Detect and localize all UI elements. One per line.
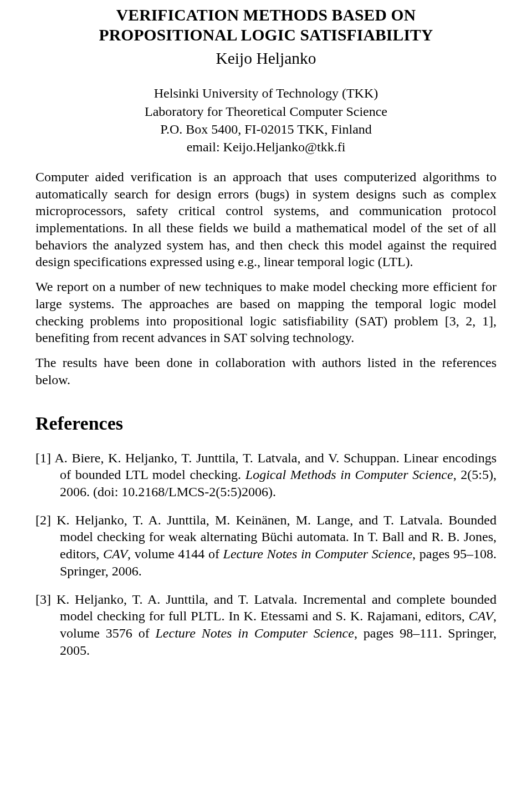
ref-journal: Logical Methods in Computer Science: [245, 467, 453, 482]
title-line-1: VERIFICATION METHODS BASED ON: [35, 6, 497, 26]
affil-line-3: P.O. Box 5400, FI-02015 TKK, Finland: [35, 120, 497, 138]
title-line-2: PROPOSITIONAL LOGIC SATISFIABILITY: [35, 26, 497, 45]
ref-label: [3]: [35, 592, 51, 606]
affiliation-block: Helsinki University of Technology (TKK) …: [35, 84, 497, 156]
ref-text: K. Heljanko, T. A. Junttila, and T. Latv…: [57, 592, 497, 624]
reference-1: [1] A. Biere, K. Heljanko, T. Junttila, …: [35, 450, 497, 501]
paper-page: VERIFICATION METHODS BASED ON PROPOSITIO…: [0, 0, 532, 785]
author-name: Keijo Heljanko: [35, 48, 497, 69]
affil-line-1: Helsinki University of Technology (TKK): [35, 84, 497, 102]
affil-line-4: email: Keijo.Heljanko@tkk.fi: [35, 138, 497, 156]
abstract-para-3: The results have been done in collaborat…: [35, 354, 497, 388]
ref-journal: CAV: [469, 609, 493, 623]
abstract-para-1: Computer aided verification is an approa…: [35, 169, 497, 271]
reference-3: [3] K. Heljanko, T. A. Junttila, and T. …: [35, 591, 497, 659]
affil-line-2: Laboratory for Theoretical Computer Scie…: [35, 103, 497, 120]
ref-label: [2]: [35, 513, 51, 527]
ref-series: Lecture Notes in Computer Science: [223, 547, 413, 561]
ref-text-mid: , volume 4144 of: [127, 547, 223, 561]
title-block: VERIFICATION METHODS BASED ON PROPOSITIO…: [35, 6, 497, 69]
abstract-para-2: We report on a number of new techniques …: [35, 278, 497, 346]
ref-journal: CAV: [103, 547, 127, 561]
references-heading: References: [35, 413, 497, 434]
ref-label: [1]: [35, 451, 51, 465]
ref-series: Lecture Notes in Computer Science: [156, 626, 354, 640]
reference-2: [2] K. Heljanko, T. A. Junttila, M. Kein…: [35, 512, 497, 580]
